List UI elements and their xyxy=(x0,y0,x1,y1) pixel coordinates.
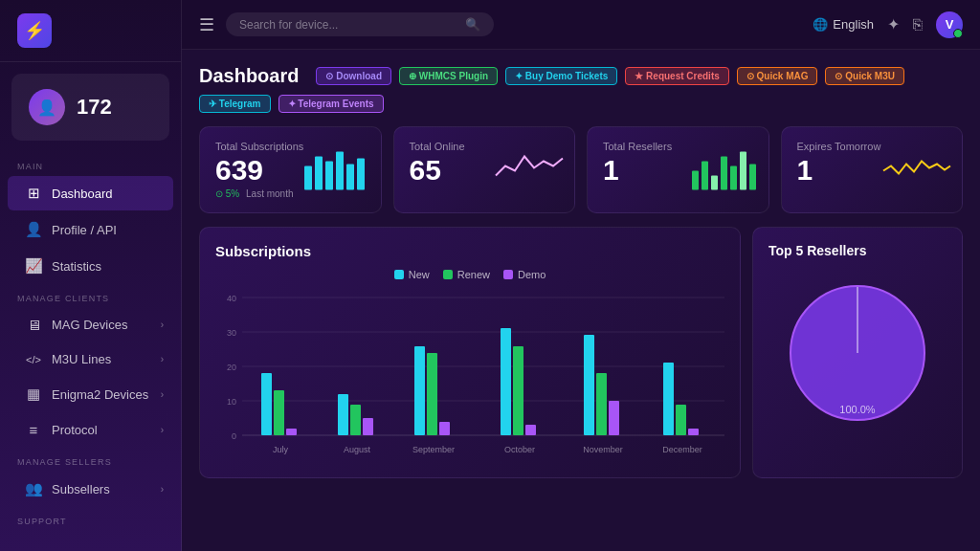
chevron-icon: › xyxy=(161,320,164,330)
svg-rect-39 xyxy=(584,335,594,435)
sidebar-item-label: Protocol xyxy=(52,423,98,437)
sidebar-item-label: Profile / API xyxy=(52,223,117,237)
chevron-icon: › xyxy=(161,389,164,400)
svg-rect-1 xyxy=(315,156,323,189)
protocol-icon: ≡ xyxy=(25,422,42,438)
sidebar-item-label: MAG Devices xyxy=(52,318,127,332)
avatar-letter: V xyxy=(946,17,954,32)
sidebar-item-statistics[interactable]: 📈 Statistics xyxy=(8,249,173,283)
legend-dot-renew xyxy=(443,270,453,279)
top-resellers-card: Top 5 Resellers 100.0% xyxy=(752,227,963,478)
svg-rect-41 xyxy=(609,401,619,435)
svg-rect-44 xyxy=(676,405,686,435)
subscriptions-chart-card: Subscriptions New Renew Demo xyxy=(199,227,741,478)
svg-text:November: November xyxy=(583,445,623,454)
svg-rect-10 xyxy=(730,165,737,189)
chevron-icon: › xyxy=(161,484,164,495)
dashboard-icon: ⊞ xyxy=(25,185,42,202)
search-input[interactable] xyxy=(239,18,457,32)
svg-rect-31 xyxy=(414,346,425,435)
sidebar-item-label: Subsellers xyxy=(52,482,110,496)
sidebar-item-profile[interactable]: 👤 Profile / API xyxy=(8,212,173,247)
svg-rect-12 xyxy=(749,164,756,189)
svg-text:October: October xyxy=(504,445,535,454)
search-bar[interactable]: 🔍 xyxy=(226,12,494,36)
svg-rect-0 xyxy=(304,165,312,189)
search-icon: 🔍 xyxy=(465,17,480,32)
bar-chart-container: 40 30 20 10 0 July xyxy=(215,290,724,462)
telegram-button[interactable]: ✈ Telegram xyxy=(199,95,271,113)
legend-label-demo: Demo xyxy=(518,269,546,280)
topbar-avatar[interactable]: V xyxy=(936,11,963,38)
svg-rect-36 xyxy=(513,346,523,435)
page-content: Dashboard ⊙ Download ⊕ WHMCS Plugin ✦ Bu… xyxy=(182,50,980,551)
stat-card-online: Total Online 65 xyxy=(393,126,576,213)
svg-text:40: 40 xyxy=(227,294,236,303)
sidebar-item-label: Dashboard xyxy=(52,187,113,201)
svg-rect-7 xyxy=(702,161,708,189)
svg-rect-4 xyxy=(346,164,354,189)
request-credits-button[interactable]: ★ Request Credits xyxy=(625,67,728,85)
share-icon[interactable]: ⎘ xyxy=(913,16,923,33)
svg-rect-5 xyxy=(357,158,365,189)
sidebar-item-dashboard[interactable]: ⊞ Dashboard xyxy=(8,176,173,210)
stat-chart-wave2 xyxy=(883,146,950,193)
sidebar-item-m3u[interactable]: </> M3U Lines › xyxy=(8,343,173,375)
sidebar-item-mag[interactable]: 🖥 MAG Devices › xyxy=(8,308,173,342)
svg-rect-11 xyxy=(740,151,746,189)
svg-text:July: July xyxy=(273,445,289,454)
menu-icon[interactable]: ☰ xyxy=(199,14,214,35)
sidebar: ⚡ 👤 172 MAIN ⊞ Dashboard 👤 Profile / API… xyxy=(0,0,182,551)
legend-label-renew: Renew xyxy=(457,269,490,280)
stat-chart-wave xyxy=(496,146,563,193)
chart-legend: New Renew Demo xyxy=(215,269,724,280)
enigma-icon: ▦ xyxy=(25,386,42,403)
user-card: 👤 172 xyxy=(11,74,169,141)
download-button[interactable]: ⊙ Download xyxy=(316,67,391,85)
svg-rect-23 xyxy=(261,373,272,435)
pie-title: Top 5 Resellers xyxy=(768,243,866,258)
language-selector[interactable]: 🌐 English xyxy=(813,17,874,32)
svg-rect-33 xyxy=(439,422,450,435)
svg-rect-9 xyxy=(721,156,727,189)
subsellers-icon: 👥 xyxy=(25,480,42,497)
svg-rect-24 xyxy=(274,390,284,435)
chart-title: Subscriptions xyxy=(215,243,724,259)
avatar: 👤 xyxy=(29,89,65,125)
svg-rect-43 xyxy=(663,363,674,435)
svg-rect-45 xyxy=(688,429,699,435)
svg-text:100.0%: 100.0% xyxy=(839,404,876,415)
stat-card-expires: Expires Tomorrow 1 xyxy=(781,126,964,213)
telegram-events-button[interactable]: ✦ Telegram Events xyxy=(278,95,384,113)
sidebar-item-enigma[interactable]: ▦ Enigma2 Devices › xyxy=(8,377,173,411)
svg-rect-35 xyxy=(501,328,511,435)
sidebar-item-subsellers[interactable]: 👥 Subsellers › xyxy=(8,472,173,506)
bar-chart-svg: 40 30 20 10 0 July xyxy=(215,290,724,462)
sparkle-icon[interactable]: ✦ xyxy=(887,15,900,33)
sidebar-item-label: M3U Lines xyxy=(52,352,111,366)
svg-rect-8 xyxy=(711,175,718,189)
svg-rect-29 xyxy=(363,418,373,435)
stats-row: Total Subscriptions 639 ⊙ 5% Last month xyxy=(199,126,963,213)
quick-mag-button[interactable]: ⊙ Quick MAG xyxy=(737,67,818,85)
sidebar-item-label: Statistics xyxy=(52,259,101,274)
stat-card-subscriptions: Total Subscriptions 639 ⊙ 5% Last month xyxy=(199,126,382,213)
whmcs-button[interactable]: ⊕ WHMCS Plugin xyxy=(399,67,498,85)
legend-new: New xyxy=(394,269,430,280)
profile-icon: 👤 xyxy=(25,221,42,238)
legend-dot-demo xyxy=(503,270,513,279)
mag-icon: 🖥 xyxy=(25,317,42,333)
section-label-support: SUPPORT xyxy=(0,507,181,530)
svg-rect-25 xyxy=(286,429,297,435)
quick-m3u-button[interactable]: ⊙ Quick M3U xyxy=(825,67,903,85)
stat-chart-bars2 xyxy=(690,146,757,193)
sidebar-item-label: Enigma2 Devices xyxy=(52,387,148,402)
sidebar-logo: ⚡ xyxy=(0,0,181,62)
legend-renew: Renew xyxy=(443,269,490,280)
demo-tickets-button[interactable]: ✦ Buy Demo Tickets xyxy=(505,67,617,85)
sidebar-item-protocol[interactable]: ≡ Protocol › xyxy=(8,413,173,447)
section-label-manage-sellers: MANAGE SELLERS xyxy=(0,448,181,471)
section-label-main: MAIN xyxy=(0,152,181,175)
svg-text:August: August xyxy=(344,445,371,454)
chevron-icon: › xyxy=(161,354,164,364)
